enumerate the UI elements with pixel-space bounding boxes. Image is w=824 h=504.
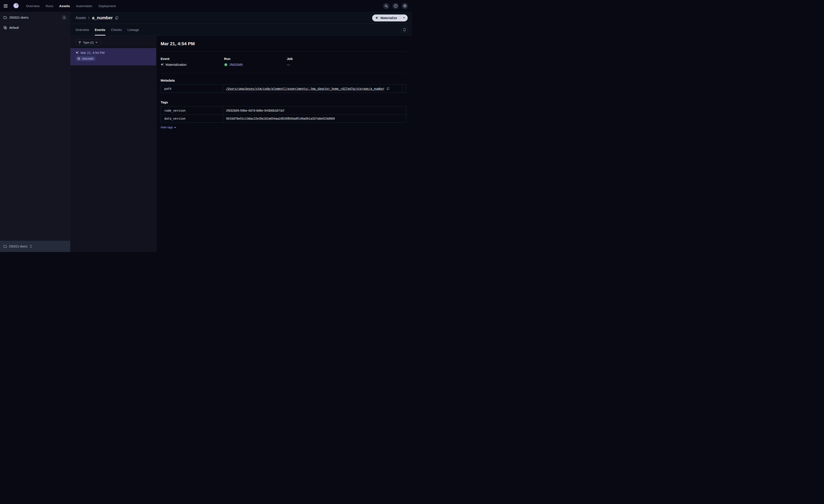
materialize-split-button: Materialize [372,14,408,21]
event-type-filter-button[interactable]: Type (2) [76,39,100,46]
event-detail-panel: Mar 21, 4:54 PM Event [156,36,412,252]
event-list-panel: Type (2) [70,36,156,252]
sidebar-item-default-group[interactable]: default [0,23,70,32]
help-button[interactable]: ? [392,3,399,9]
job-value: — [287,63,290,67]
metadata-key: path [161,85,223,93]
asset-group-icon [3,26,7,29]
asset-tabs: Overview Events Checks Lineage [70,24,412,36]
filter-funnel-icon [78,41,81,44]
asset-sidebar: 250321-dvers 1 default 250321-dvers [0,12,70,252]
event-type-value: Materialization [166,63,187,67]
run-id-pill[interactable]: 2fd32b85 [76,56,96,61]
breadcrumb-assets-link[interactable]: Assets [76,16,86,20]
tags-table: code_version 2fd32b85-59be-4d7d-8d6e-943… [161,106,406,123]
dagster-logo[interactable] [13,3,19,9]
tag-value: 2fd32b85-59be-4d7d-8d6e-943b6b3d73cf [223,106,406,114]
run-pill-label: 2fd32b85 [82,57,94,60]
materialize-dropdown-button[interactable] [400,14,408,21]
nav-item-automation[interactable]: Automation [76,4,92,8]
copy-icon [387,87,390,90]
sidebar-item-code-location[interactable]: 250321-dvers 1 [0,12,70,23]
refresh-button[interactable] [401,27,408,33]
table-row: path /Users/smackesey/stm/code/elementl/… [161,85,406,93]
gear-icon: ⚙ [403,4,407,8]
run-id-link[interactable]: 2fd32b85 [229,63,243,67]
tags-section: Tags code_version 2fd32b85-59be-4d7d-8d6… [161,100,406,129]
event-detail-title: Mar 21, 4:54 PM [161,36,406,51]
nav-links: Overview Runs Assets Automation Deployme… [26,4,116,8]
run-column-label: Run [224,57,287,60]
nav-item-deployment[interactable]: Deployment [99,4,116,8]
metadata-path-link[interactable]: /Users/smackesey/stm/code/elementl/exper… [226,87,385,91]
sidebar-item-label: default [9,26,67,29]
table-row: code_version 2fd32b85-59be-4d7d-8d6e-943… [161,106,406,114]
divider [161,51,406,51]
tab-overview[interactable]: Overview [76,24,89,35]
materialization-sparkle-icon [161,63,164,66]
content-area: Assets a_number [70,12,412,252]
event-summary-columns: Event Materialization [161,57,406,73]
page-header: Assets a_number [70,12,412,24]
nav-item-runs[interactable]: Runs [46,4,53,8]
run-target-icon [77,57,80,60]
caret-down-icon [403,17,405,18]
metadata-section: Metadata path /Users/smackesey/stm/code/… [161,79,406,93]
nav-right: ? ⚙ [383,3,408,9]
tab-checks[interactable]: Checks [111,24,122,35]
materialize-button[interactable]: Materialize [372,14,400,21]
table-end-cell [403,85,406,93]
refresh-icon [403,28,406,31]
chevron-down-icon [96,42,98,43]
svg-text:?: ? [395,5,396,7]
main-layout: 250321-dvers 1 default 250321-dvers [0,12,412,252]
hide-tags-link[interactable]: Hide tags [161,126,176,129]
sidebar-footer-label: 250321-dvers [9,245,27,248]
reload-icon[interactable] [29,245,32,248]
caret-up-icon [174,127,176,128]
hide-tags-label: Hide tags [161,126,173,129]
materialize-button-label: Materialize [380,16,397,20]
search-icon [385,4,388,8]
top-nav: Overview Runs Assets Automation Deployme… [0,0,412,12]
tag-key: code_version [161,106,223,114]
copy-path-button[interactable] [387,87,390,90]
folder-icon [3,245,7,248]
metadata-heading: Metadata [161,79,406,82]
metadata-table: path /Users/smackesey/stm/code/elementl/… [161,84,406,93]
breadcrumb: Assets a_number [76,15,118,20]
tag-value: 5816d76e51c13dac22e3fa182a654aa2d526fb50… [223,115,406,122]
chevron-right-icon [88,16,90,19]
settings-button[interactable]: ⚙ [402,3,408,9]
asset-count-badge: 1 [62,15,67,20]
nav-left: Overview Runs Assets Automation Deployme… [3,2,116,10]
materialization-sparkle-icon [375,16,379,20]
table-row: data_version 5816d76e51c13dac22e3fa182a6… [161,114,406,122]
materialization-sparkle-icon [76,51,79,54]
help-icon: ? [394,4,398,8]
tag-key: data_version [161,115,223,122]
search-button[interactable] [383,3,390,9]
events-body: Type (2) [70,36,412,252]
nav-item-overview[interactable]: Overview [26,4,39,8]
event-list-item-selected[interactable]: Mar 21, 4:54 PM 2fd32b85 [70,48,156,65]
dagster-app: Overview Runs Assets Automation Deployme… [0,0,412,252]
filter-label: Type (2) [83,41,94,44]
tab-lineage[interactable]: Lineage [127,24,139,35]
sidebar-footer-location[interactable]: 250321-dvers [0,241,70,252]
hamburger-menu-icon[interactable] [3,2,10,10]
job-column-label: Job [287,57,406,60]
tags-heading: Tags [161,100,406,104]
copy-icon [115,16,118,20]
sidebar-item-label: 250321-dvers [9,16,59,19]
folder-icon [3,16,7,19]
event-timestamp: Mar 21, 4:54 PM [81,51,105,54]
page-title: a_number [92,15,113,20]
event-column-label: Event [161,57,224,60]
nav-item-assets[interactable]: Assets [59,4,70,8]
success-check-icon [224,63,227,67]
copy-asset-name-button[interactable] [115,16,118,20]
tab-events[interactable]: Events [95,24,105,35]
